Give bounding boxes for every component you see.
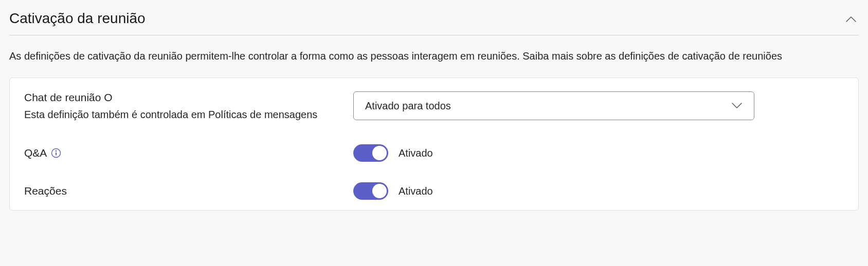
- meeting-chat-row: Chat de reunião O Esta definição também …: [10, 78, 858, 134]
- dropdown-value: Ativado para todos: [365, 100, 451, 112]
- label-column: Chat de reunião O Esta definição também …: [24, 91, 353, 121]
- qa-toggle[interactable]: [353, 144, 388, 162]
- control-column: Ativado: [353, 182, 844, 200]
- chevron-down-icon: [731, 102, 743, 109]
- control-column: Ativado para todos: [353, 91, 844, 120]
- section-title: Cativação da reunião: [9, 10, 146, 27]
- settings-card: Chat de reunião O Esta definição também …: [9, 78, 859, 211]
- toggle-knob: [372, 146, 387, 160]
- description-text: As definições de cativação da reunião pe…: [9, 50, 522, 62]
- qa-label: Q&A: [24, 147, 47, 159]
- label-column: Q&A: [24, 147, 353, 159]
- svg-point-1: [56, 150, 57, 151]
- reactions-toggle[interactable]: [353, 182, 388, 200]
- control-column: Ativado: [353, 144, 844, 162]
- meeting-chat-dropdown[interactable]: Ativado para todos: [353, 91, 754, 120]
- reactions-label: Reações: [24, 185, 353, 197]
- qa-row: Q&A Ativado: [10, 134, 858, 172]
- meeting-engagement-section: Cativação da reunião As definições de ca…: [0, 0, 868, 211]
- meeting-chat-sublabel: Esta definição também é controlada em Po…: [24, 109, 353, 121]
- collapse-section-button[interactable]: [842, 12, 859, 25]
- svg-rect-2: [56, 153, 57, 156]
- meeting-chat-label: Chat de reunião O: [24, 91, 353, 104]
- section-description: As definições de cativação da reunião pe…: [9, 49, 859, 63]
- reactions-toggle-status: Ativado: [399, 185, 433, 197]
- info-icon[interactable]: [51, 148, 61, 158]
- reactions-row: Reações Ativado: [10, 172, 858, 210]
- toggle-knob: [372, 184, 387, 198]
- description-learn-more-link[interactable]: Saiba mais sobre as definições de cativa…: [522, 50, 782, 62]
- chevron-up-icon: [845, 15, 856, 22]
- label-column: Reações: [24, 185, 353, 197]
- qa-toggle-status: Ativado: [399, 147, 433, 159]
- section-header: Cativação da reunião: [9, 10, 859, 35]
